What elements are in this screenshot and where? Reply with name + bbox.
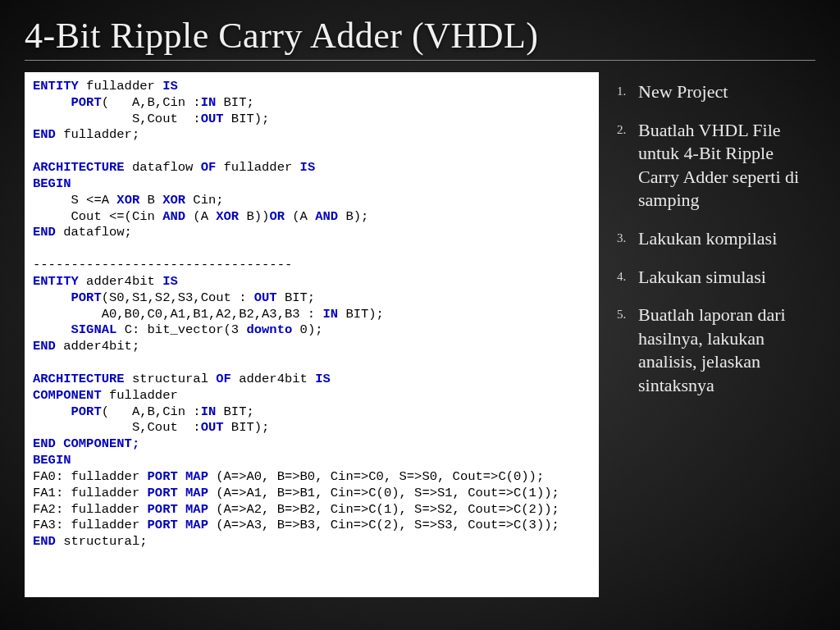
code-text: 0); [292,322,322,337]
code-kw: IS [162,274,178,289]
code-text: adder4bit [79,274,162,289]
code-text: adder4bit [231,372,315,386]
step-item: Lakukan simulasi [617,266,815,290]
code-kw: OF [216,372,231,386]
code-text: (A [185,209,216,224]
code-kw: SIGNAL [33,322,116,337]
code-text: BIT; [277,290,316,305]
code-text: fulladder [79,79,162,94]
step-item: Buatlah VHDL File untuk 4-Bit Ripple Car… [617,119,815,212]
code-kw: END [33,225,56,240]
code-text: dataflow [125,160,201,175]
code-text: structural; [56,534,148,549]
code-kw: PORT [33,95,102,110]
code-text: BIT; [216,95,254,110]
code-kw: ENTITY [33,274,79,289]
code-text: Cout <=(Cin [33,209,162,224]
code-text: ---------------------------------- [33,258,292,272]
code-kw: ARCHITECTURE [33,372,125,386]
code-kw: IS [315,372,331,386]
code-text: FA0: fulladder [33,469,148,484]
code-kw: PORT [33,290,102,305]
code-text: ( A,B,Cin : [102,404,201,419]
code-text: fulladder [102,388,178,403]
code-text: (A=>A0, B=>B0, Cin=>C0, S=>S0, Cout=>C(0… [208,469,544,484]
code-kw: END [33,127,56,142]
content-row: ENTITY fulladder IS PORT( A,B,Cin :IN BI… [25,72,815,614]
code-text: ( A,B,Cin : [102,95,201,110]
slide-title: 4-Bit Ripple Carry Adder (VHDL) [25,15,815,61]
code-text: (A=>A3, B=>B3, Cin=>C(2), S=>S3, Cout=>C… [208,518,559,532]
code-kw: PORT MAP [148,502,208,517]
code-text: FA1: fulladder [33,486,148,500]
code-text: BIT; [216,404,254,419]
code-kw: AND [315,209,338,224]
code-text: BIT); [224,420,270,435]
steps-list: New Project Buatlah VHDL File untuk 4-Bi… [617,80,815,398]
code-text: (S0,S1,S2,S3,Cout : [102,290,254,305]
code-kw: PORT [33,404,102,419]
code-text: adder4bit; [56,339,139,354]
code-text: dataflow; [56,225,132,240]
slide: 4-Bit Ripple Carry Adder (VHDL) ENTITY f… [0,0,840,630]
steps-panel: New Project Buatlah VHDL File untuk 4-Bi… [617,72,815,614]
code-kw: PORT MAP [148,486,208,500]
code-kw: PORT MAP [148,518,208,532]
code-text: FA3: fulladder [33,518,148,532]
code-kw: OUT [201,420,224,435]
step-item: New Project [617,80,815,104]
step-item: Buatlah laporan dari hasilnya, lakukan a… [617,304,815,397]
code-text: (A [285,209,315,224]
code-text: fulladder [216,160,299,175]
code-panel: ENTITY fulladder IS PORT( A,B,Cin :IN BI… [25,72,599,597]
code-text: BIT); [224,112,270,126]
code-kw: XOR [116,193,139,208]
code-kw: END COMPONENT; [33,436,139,451]
code-kw: ENTITY [33,79,79,94]
code-kw: OUT [201,112,224,126]
code-kw: COMPONENT [33,388,102,403]
code-text: BIT); [338,307,384,322]
code-kw: END [33,339,56,354]
code-kw: XOR [216,209,239,224]
code-kw: OUT [254,290,277,305]
code-text: A0,B0,C0,A1,B1,A2,B2,A3,B3 : [33,307,322,322]
code-text: fulladder; [56,127,139,142]
code-text: S,Cout : [33,420,201,435]
code-kw: IS [162,79,178,94]
code-text: Cin; [185,193,224,208]
step-item: Lakukan kompilasi [617,227,815,251]
code-kw: AND [162,209,185,224]
code-kw: IN [322,307,338,322]
code-text: (A=>A2, B=>B2, Cin=>C(1), S=>S2, Cout=>C… [208,502,559,517]
code-kw: PORT MAP [148,469,208,484]
code-text: S,Cout : [33,112,201,126]
code-text: S <=A [33,193,116,208]
code-text: B); [338,209,368,224]
code-kw: ARCHITECTURE [33,160,125,175]
code-text: structural [125,372,217,386]
code-kw: BEGIN [33,453,71,468]
code-kw: BEGIN [33,176,71,191]
code-kw: IN [201,404,217,419]
code-kw: IN [201,95,217,110]
code-text: FA2: fulladder [33,502,148,517]
code-text: B)) [239,209,269,224]
code-kw: OR [269,209,285,224]
code-text: B [139,193,162,208]
code-kw: downto [246,322,292,337]
code-kw: XOR [162,193,185,208]
code-kw: IS [300,160,316,175]
code-text: C: bit_vector(3 [116,322,246,337]
code-kw: END [33,534,56,549]
code-text: (A=>A1, B=>B1, Cin=>C(0), S=>S1, Cout=>C… [208,486,559,500]
code-kw: OF [201,160,217,175]
